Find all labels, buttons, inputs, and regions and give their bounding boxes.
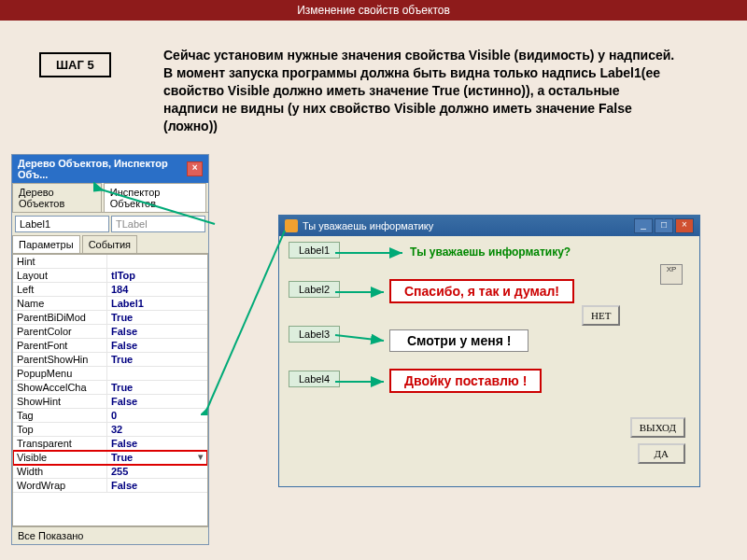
property-name: ParentBiDiMod <box>13 311 107 324</box>
property-name: ParentColor <box>13 325 107 338</box>
property-row[interactable]: ShowAccelChaTrue <box>13 381 207 395</box>
property-name: Tag <box>13 409 107 422</box>
property-name: WordWrap <box>13 479 107 492</box>
instruction-text: Сейчас установим нужные значения свойств… <box>163 47 677 134</box>
property-value[interactable] <box>107 367 207 380</box>
preview-form-window: Ты уважаешь информатику _ □ × Label1 Lab… <box>278 215 700 487</box>
property-row[interactable]: Hint <box>13 255 207 269</box>
inspector-sub-tabs: Параметры События <box>12 235 208 254</box>
property-name: Width <box>13 465 107 478</box>
property-row[interactable]: WordWrapFalse <box>13 479 207 493</box>
property-grid[interactable]: HintLayouttlTopLeft184NameLabel1ParentBi… <box>12 254 208 526</box>
chevron-down-icon[interactable]: ▾ <box>194 451 207 464</box>
question-label: Ты уважаешь информатику? <box>410 245 571 259</box>
arrow-icon <box>333 376 389 387</box>
svg-line-5 <box>206 231 285 411</box>
property-value[interactable]: True <box>107 353 207 366</box>
arrow-icon <box>333 287 389 298</box>
property-value[interactable]: tlTop <box>107 269 207 282</box>
minimize-icon[interactable]: _ <box>634 218 653 233</box>
tab-object-tree[interactable]: Дерево Объектов <box>12 183 102 212</box>
label2-tag[interactable]: Label2 <box>289 281 340 298</box>
message-thanks: Спасибо, я так и думал! <box>389 279 574 303</box>
tab-events[interactable]: События <box>82 235 137 253</box>
property-row[interactable]: Width255 <box>13 465 207 479</box>
property-row[interactable]: ShowHintFalse <box>13 395 207 409</box>
object-name-select[interactable]: Label1 <box>15 216 109 232</box>
property-value[interactable]: True <box>107 311 207 324</box>
property-row[interactable]: Tag0 <box>13 409 207 423</box>
close-icon[interactable]: × <box>675 218 694 233</box>
property-row[interactable]: LayouttlTop <box>13 269 207 283</box>
label1-tag[interactable]: Label1 <box>289 242 340 259</box>
property-value[interactable]: 255 <box>107 465 207 478</box>
property-name: Hint <box>13 255 107 268</box>
property-name: ParentFont <box>13 339 107 352</box>
property-row[interactable]: ParentFontFalse <box>13 339 207 353</box>
label3-tag[interactable]: Label3 <box>289 326 340 343</box>
property-value[interactable]: 32 <box>107 423 207 436</box>
inspector-top-tabs: Дерево Объектов Инспектор Объектов <box>12 183 208 213</box>
tab-object-inspector[interactable]: Инспектор Объектов <box>104 183 206 212</box>
property-value[interactable]: False <box>107 437 207 450</box>
tab-parameters[interactable]: Параметры <box>12 235 80 253</box>
svg-line-2 <box>335 335 384 341</box>
inspector-status: Все Показано <box>12 526 208 544</box>
message-watch: Смотри у меня ! <box>389 329 529 352</box>
property-row[interactable]: ParentShowHinTrue <box>13 353 207 367</box>
property-row[interactable]: ParentColorFalse <box>13 325 207 339</box>
label4-tag[interactable]: Label4 <box>289 371 340 387</box>
property-value[interactable] <box>107 255 207 268</box>
form-titlebar[interactable]: Ты уважаешь информатику _ □ × <box>279 216 699 236</box>
xp-icon: XP <box>660 264 683 285</box>
property-name: Left <box>13 283 107 296</box>
property-name: Visible <box>13 451 107 464</box>
property-row[interactable]: Top32 <box>13 423 207 437</box>
property-row[interactable]: NameLabel1 <box>13 297 207 311</box>
form-title: Ты уважаешь информатику <box>303 220 433 231</box>
property-value[interactable]: 0 <box>107 409 207 422</box>
message-grade: Двойку поставлю ! <box>389 369 542 393</box>
property-row[interactable]: VisibleTrue▾ <box>13 451 207 465</box>
yes-button[interactable]: ДА <box>638 443 685 464</box>
close-icon[interactable]: × <box>187 161 203 176</box>
property-name: Transparent <box>13 437 107 450</box>
property-name: ShowAccelCha <box>13 381 107 394</box>
property-row[interactable]: Left184 <box>13 283 207 297</box>
property-name: ShowHint <box>13 395 107 408</box>
object-type-display: TLabel <box>111 216 205 232</box>
property-name: ParentShowHin <box>13 353 107 366</box>
property-name: PopupMenu <box>13 367 107 380</box>
inspector-title: Дерево Объектов, Инспектор Объ... <box>18 158 187 180</box>
property-value[interactable]: False <box>107 395 207 408</box>
page-title: Изменение свойств объектов <box>0 0 747 21</box>
property-row[interactable]: PopupMenu <box>13 367 207 381</box>
form-body: Label1 Label2 Label3 Label4 Ты уважаешь … <box>279 236 699 486</box>
property-value[interactable]: False <box>107 325 207 338</box>
property-name: Layout <box>13 269 107 282</box>
property-name: Top <box>13 423 107 436</box>
property-value[interactable]: 184 <box>107 283 207 296</box>
app-icon <box>285 219 298 232</box>
property-value[interactable]: True <box>107 381 207 394</box>
property-value[interactable]: True <box>107 451 194 464</box>
maximize-icon[interactable]: □ <box>655 218 673 233</box>
arrow-icon <box>333 331 389 348</box>
property-value[interactable]: Label1 <box>107 297 207 310</box>
step-label: ШАГ 5 <box>39 52 111 77</box>
exit-button[interactable]: ВЫХОД <box>630 417 685 438</box>
inspector-titlebar[interactable]: Дерево Объектов, Инспектор Объ... × <box>12 155 208 183</box>
object-inspector-window: Дерево Объектов, Инспектор Объ... × Дере… <box>11 154 209 545</box>
property-name: Name <box>13 297 107 310</box>
arrow-icon <box>333 247 408 259</box>
property-row[interactable]: TransparentFalse <box>13 437 207 451</box>
property-row[interactable]: ParentBiDiModTrue <box>13 311 207 325</box>
object-selector-row: Label1 TLabel <box>12 213 208 235</box>
no-button[interactable]: НЕТ <box>582 305 620 326</box>
property-value[interactable]: False <box>107 339 207 352</box>
property-value[interactable]: False <box>107 479 207 492</box>
